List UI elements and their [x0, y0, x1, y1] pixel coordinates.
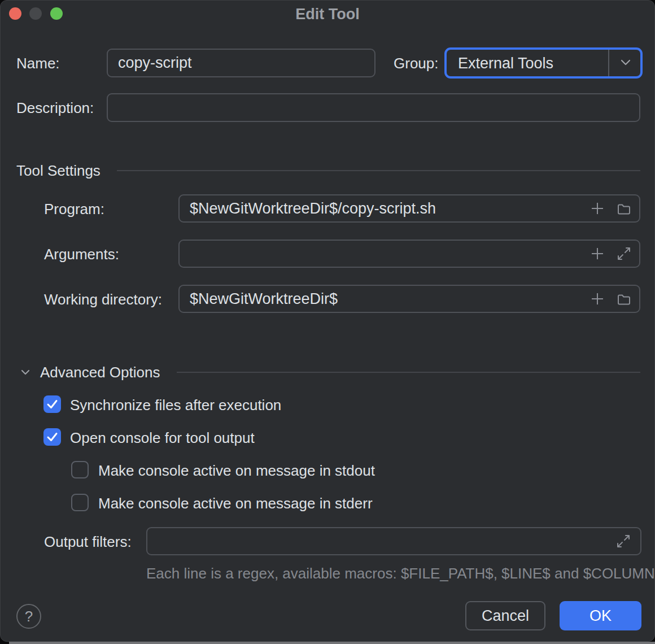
cancel-button[interactable]: Cancel — [465, 601, 545, 630]
expand-editor-icon[interactable] — [615, 533, 631, 549]
dialog-window: Edit Tool Name: Group: External Tools De… — [0, 0, 655, 642]
chevron-down-icon[interactable] — [618, 55, 633, 72]
description-input[interactable] — [107, 93, 640, 122]
edit-tool-dialog: Edit Tool Name: Group: External Tools De… — [0, 0, 655, 644]
insert-macro-icon[interactable] — [590, 201, 605, 216]
name-input[interactable] — [107, 49, 375, 77]
checkbox-label[interactable]: Open console for tool output — [70, 429, 255, 447]
background-window-edge — [9, 642, 655, 644]
checkbox-label[interactable]: Make console active on message in stdout — [98, 462, 375, 480]
checkbox-label[interactable]: Synchronize files after execution — [70, 397, 281, 414]
collapse-chevron-down-icon[interactable] — [20, 367, 31, 380]
browse-folder-icon[interactable] — [616, 201, 632, 216]
output-filters-input[interactable] — [146, 527, 641, 555]
program-label: Program: — [44, 201, 104, 218]
section-separator — [177, 372, 640, 373]
arguments-label: Arguments: — [44, 246, 119, 263]
insert-macro-icon[interactable] — [590, 291, 605, 307]
help-button[interactable]: ? — [16, 604, 41, 629]
section-separator — [117, 170, 640, 171]
ok-button[interactable]: OK — [560, 601, 641, 630]
select-divider — [608, 50, 609, 76]
program-input[interactable] — [178, 194, 640, 223]
checkbox-console-active-stderr[interactable] — [71, 494, 89, 511]
checkbox-synchronize-files[interactable] — [43, 395, 61, 413]
description-label: Description: — [16, 99, 94, 117]
output-filters-label: Output filters: — [44, 533, 132, 551]
arguments-input[interactable] — [178, 240, 640, 268]
browse-folder-icon[interactable] — [616, 291, 632, 307]
group-label: Group: — [394, 55, 439, 72]
insert-macro-icon[interactable] — [590, 246, 605, 262]
checkbox-open-console[interactable] — [43, 428, 61, 446]
tool-settings-section-title: Tool Settings — [16, 162, 101, 180]
expand-editor-icon[interactable] — [616, 246, 632, 262]
working-directory-input[interactable] — [178, 285, 640, 313]
checkbox-label[interactable]: Make console active on message in stderr — [98, 495, 373, 512]
group-select[interactable]: External Tools — [444, 47, 643, 79]
output-filters-hint: Each line is a regex, available macros: … — [146, 565, 655, 582]
advanced-options-section-title[interactable]: Advanced Options — [40, 364, 160, 381]
title-bar[interactable]: Edit Tool — [1, 1, 654, 27]
dialog-title: Edit Tool — [1, 6, 654, 23]
group-selected-value: External Tools — [458, 54, 553, 72]
checkbox-console-active-stdout[interactable] — [71, 461, 89, 478]
question-mark-icon: ? — [25, 608, 33, 625]
name-label: Name: — [16, 55, 60, 72]
working-directory-label: Working directory: — [44, 291, 162, 308]
